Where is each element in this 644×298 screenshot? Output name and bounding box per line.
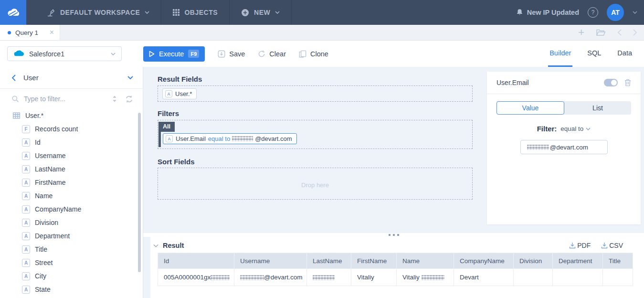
column-header[interactable]: LastName	[307, 253, 351, 269]
tab-list[interactable]: List	[564, 101, 631, 115]
column-header[interactable]: Title	[603, 253, 633, 269]
help-button[interactable]: ?	[588, 7, 598, 18]
plus-circle-icon	[241, 9, 249, 17]
tab-data[interactable]: Data	[616, 41, 633, 67]
clear-button[interactable]: Clear	[258, 50, 286, 58]
app-logo[interactable]	[0, 0, 26, 25]
id-visible: 005A0000001gx	[164, 274, 211, 281]
objects-menu[interactable]: OBJECTS	[161, 0, 229, 25]
filter-value-suffix: @devart.com	[550, 144, 588, 151]
masked-email-name	[232, 136, 253, 141]
filter-group-all-badge[interactable]: All	[158, 122, 175, 132]
sidebar-field-companyname[interactable]: A CompanyName	[0, 202, 143, 216]
sidebar-scrollbar[interactable]	[138, 113, 141, 272]
panel-resize-splitter[interactable]	[143, 233, 644, 237]
column-header[interactable]: CompanyName	[454, 253, 514, 269]
masked-email-name	[527, 145, 549, 150]
filter-condition-chip[interactable]: A User.Email equal to @devart.com	[163, 133, 297, 144]
tree-root-user[interactable]: User.*	[0, 109, 143, 122]
sidebar-field-username[interactable]: A Username	[0, 149, 143, 162]
sidebar-field-department[interactable]: A Department	[0, 229, 143, 243]
sidebar-field-division[interactable]: A Division	[0, 216, 143, 229]
workspace-menu[interactable]: DEFAULT WORKSPACE	[35, 0, 161, 25]
salesforce-cloud-icon	[13, 50, 25, 58]
tree-root-label: User.*	[25, 112, 43, 119]
value-list-segmented-control: Value List	[496, 101, 631, 115]
avatar[interactable]: AT	[607, 4, 624, 21]
masked-name-tail	[422, 275, 444, 280]
cell-name: Vitaliy	[397, 269, 454, 286]
ip-notification[interactable]: New IP Updated	[516, 9, 579, 16]
filters-title: Filters	[158, 109, 179, 117]
result-panel: Result PDF CSV	[150, 237, 644, 298]
chevron-down-icon	[111, 53, 116, 55]
sort-fields-dropzone[interactable]: Drop here	[158, 168, 473, 200]
prev-tab-chevron-icon[interactable]	[617, 29, 622, 36]
masked-id-tail	[211, 275, 230, 280]
result-table: Id Username LastName FirstName Name Comp…	[158, 253, 633, 286]
filters-dropzone[interactable]: All A User.Email equal to @devart.com	[158, 120, 473, 149]
field-type-icon: A	[22, 232, 30, 240]
filter-value-input[interactable]: @devart.com	[520, 140, 608, 154]
sidebar-field-state[interactable]: A State	[0, 283, 143, 296]
connection-select[interactable]: Salesforce1	[7, 46, 122, 61]
column-header[interactable]: Username	[234, 253, 307, 269]
field-type-icon: A	[22, 192, 30, 200]
sidebar-field-title[interactable]: A Title	[0, 243, 143, 256]
field-tree: User.* F Records count A Id A Username A…	[0, 109, 143, 296]
column-header[interactable]: FirstName	[351, 253, 397, 269]
new-menu[interactable]: NEW	[230, 0, 291, 25]
tab-sql[interactable]: SQL	[586, 41, 602, 67]
operator-select[interactable]: equal to	[560, 125, 591, 132]
chevron-down-icon[interactable]	[127, 76, 133, 79]
field-filter-input[interactable]	[24, 95, 95, 103]
clone-button[interactable]: Clone	[299, 50, 328, 58]
close-tab-icon[interactable]: ×	[50, 29, 54, 36]
export-csv-button[interactable]: CSV	[601, 242, 623, 249]
execute-button[interactable]: Execute F9	[143, 46, 205, 62]
open-folder-icon[interactable]	[596, 29, 606, 36]
sidebar-field-id[interactable]: A Id	[0, 136, 143, 149]
export-pdf-button[interactable]: PDF	[569, 242, 591, 249]
filter-enabled-toggle[interactable]	[604, 79, 618, 86]
sidebar-field-street[interactable]: A Street	[0, 256, 143, 269]
execute-shortcut-badge: F9	[188, 50, 199, 58]
field-label: Title	[35, 245, 47, 253]
column-header[interactable]: Division	[514, 253, 553, 269]
sort-icon[interactable]	[112, 96, 117, 102]
sidebar-field-city[interactable]: A City	[0, 269, 143, 283]
new-query-tab-button[interactable]: +	[578, 27, 584, 38]
objects-label: OBJECTS	[184, 9, 218, 16]
download-icon	[601, 242, 608, 249]
table-row[interactable]: 005A0000001gx @devart.com Vitaliy Vitali…	[158, 269, 633, 286]
result-fields-title: Result Fields	[158, 75, 202, 83]
collapse-result-chevron-icon[interactable]	[153, 244, 158, 247]
column-header[interactable]: Id	[158, 253, 234, 269]
tab-query-1[interactable]: Query 1 ×	[0, 25, 60, 40]
trash-icon[interactable]	[624, 79, 631, 86]
save-label: Save	[229, 50, 245, 58]
sidebar-field-lastname[interactable]: A LastName	[0, 162, 143, 176]
next-tab-chevron-icon[interactable]	[633, 29, 637, 36]
tab-builder[interactable]: Builder	[548, 41, 572, 67]
field-label: Username	[35, 152, 66, 160]
field-type-icon: A	[22, 272, 30, 280]
connection-name: Salesforce1	[29, 50, 64, 58]
field-label: Division	[35, 219, 58, 226]
column-header[interactable]: Name	[397, 253, 454, 269]
field-type-icon: A	[165, 90, 172, 97]
back-chevron-icon[interactable]	[11, 74, 16, 81]
column-header[interactable]: Department	[553, 253, 603, 269]
sidebar-field-firstname[interactable]: A FirstName	[0, 176, 143, 189]
account-chevron-icon[interactable]	[633, 11, 637, 14]
refresh-icon[interactable]	[125, 95, 133, 103]
save-button[interactable]: Save	[218, 50, 245, 58]
play-icon	[149, 51, 155, 57]
cell-division	[514, 269, 553, 286]
result-field-chip[interactable]: A User.*	[162, 88, 197, 99]
sidebar-field-name[interactable]: A Name	[0, 189, 143, 202]
field-label: Records count	[35, 125, 78, 133]
tab-value[interactable]: Value	[496, 101, 564, 115]
sidebar-field-records-count[interactable]: F Records count	[0, 122, 143, 136]
result-fields-dropzone[interactable]: A User.*	[158, 85, 473, 102]
